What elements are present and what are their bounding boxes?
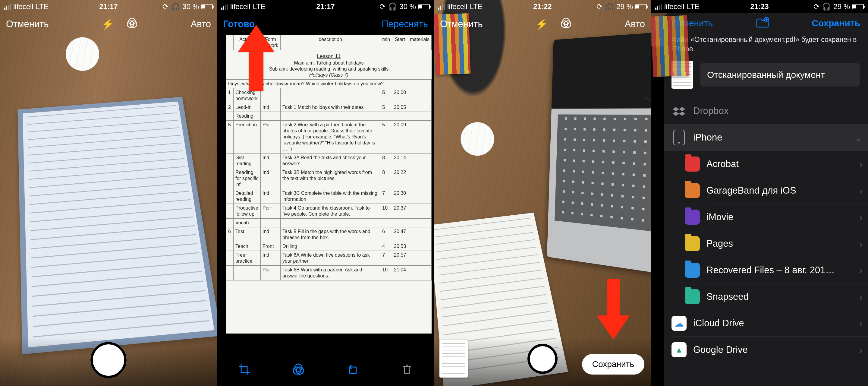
icloud-icon <box>672 316 687 331</box>
col-start: Start <box>392 35 408 50</box>
status-bar: lifecell LTE 21:17 ⟳ 🎧 30 % <box>0 0 217 13</box>
network-label: LTE <box>253 2 266 11</box>
folder-icon <box>685 156 700 172</box>
save-button[interactable]: Сохранить <box>582 354 644 375</box>
signal-icon <box>4 4 11 10</box>
filename-field[interactable]: Отсканированный документ <box>700 63 860 87</box>
chevron-right-icon: › <box>859 211 863 223</box>
network-label: LTE <box>470 2 483 11</box>
chevron-right-icon: › <box>859 185 863 197</box>
location-dropbox[interactable]: Dropbox <box>664 98 868 124</box>
folder-label: Snapseed <box>707 291 852 302</box>
rotate-icon[interactable] <box>346 362 360 376</box>
col-materials: materials <box>408 35 432 50</box>
flash-icon[interactable]: ⚡ <box>535 18 548 30</box>
chevron-right-icon: › <box>859 344 863 356</box>
battery-pct: 30 % <box>399 2 416 11</box>
col-description: description <box>281 35 380 50</box>
clock: 21:22 <box>533 2 552 11</box>
flash-icon[interactable]: ⚡ <box>101 18 114 30</box>
save-info-text: Файл «Отсканированный документ.pdf» буде… <box>664 33 868 58</box>
clock: 21:17 <box>316 2 335 11</box>
filters-icon[interactable] <box>126 18 138 31</box>
chevron-down-icon: ⌄ <box>854 131 863 144</box>
status-bar: lifecell LTE 21:22 ⟳ 🎧 29 % <box>434 0 651 13</box>
iphone-icon <box>672 130 687 145</box>
headphones-icon: 🎧 <box>388 2 397 11</box>
folder-pages[interactable]: Pages › <box>664 230 868 257</box>
doc-row: Gist readingIndTask 3A Read the texts an… <box>226 153 432 168</box>
folder-label: iMovie <box>707 212 852 222</box>
folder-icon <box>685 183 700 198</box>
network-label: LTE <box>36 2 49 11</box>
battery-pct: 29 % <box>833 2 850 11</box>
annotation-arrow-up <box>238 25 274 92</box>
doc-row: TeachFrontDrilling420:53 <box>226 242 432 251</box>
doc-row: Freer practiceIndTask 6A Write down five… <box>226 251 432 266</box>
cancel-button[interactable]: Отменить <box>440 19 483 30</box>
svg-marker-11 <box>597 279 630 339</box>
gdrive-icon <box>672 342 687 357</box>
headphones-icon: 🎧 <box>822 2 831 11</box>
svg-marker-13 <box>673 107 679 111</box>
location-label: Dropbox <box>693 106 863 116</box>
desk-laptop <box>547 31 651 274</box>
folder-recovered-files[interactable]: Recovered Files – 8 авг. 201… › <box>664 257 868 284</box>
auto-mode-button[interactable]: Авто <box>190 19 211 30</box>
save-button[interactable]: Сохранить <box>812 18 860 28</box>
folder-label: GarageBand для iOS <box>707 185 852 196</box>
doc-row: PairTask 6B Work with a partner. Ask and… <box>226 266 432 280</box>
document-scan-overlay <box>18 97 217 354</box>
chevron-right-icon: › <box>859 291 863 303</box>
scan-nav-bar: Отменить ⚡ Авто <box>434 13 651 35</box>
doc-row: 6TestIndTask 5 Fill in the gaps with the… <box>226 227 432 242</box>
filters-icon[interactable] <box>291 362 305 376</box>
battery-icon <box>201 4 213 9</box>
doc-row: 5PredictionPairTask 2 Work with a partne… <box>226 121 432 153</box>
folder-acrobat[interactable]: Acrobat › <box>664 151 868 177</box>
folder-icon <box>685 263 700 278</box>
svg-marker-15 <box>673 112 679 116</box>
filters-icon[interactable] <box>560 18 572 31</box>
dropbox-icon <box>672 103 687 119</box>
trash-icon[interactable] <box>400 362 414 376</box>
folder-snapseed[interactable]: Snapseed › <box>664 284 868 310</box>
location-google-drive[interactable]: Google Drive › <box>664 336 868 363</box>
headphones-icon: 🎧 <box>605 2 614 11</box>
status-bar: lifecell LTE 21:23 ⟳ 🎧 29 % <box>651 0 868 13</box>
location-iphone[interactable]: iPhone ⌄ <box>664 124 868 151</box>
carrier-label: lifecell <box>447 2 467 11</box>
status-bar: lifecell LTE 21:17 ⟳ 🎧 30 % <box>217 0 434 13</box>
orientation-lock-icon: ⟳ <box>379 2 385 11</box>
orientation-lock-icon: ⟳ <box>162 2 168 11</box>
svg-marker-14 <box>679 107 685 111</box>
filename-row: Отсканированный документ <box>664 58 868 98</box>
svg-marker-3 <box>238 25 274 91</box>
folder-label: Recovered Files – 8 авг. 201… <box>707 265 852 276</box>
folder-garageband[interactable]: GarageBand для iOS › <box>664 177 868 204</box>
svg-marker-16 <box>679 112 685 116</box>
folder-icon <box>685 210 700 225</box>
orientation-lock-icon: ⟳ <box>596 2 602 11</box>
battery-icon <box>635 4 647 9</box>
background-books <box>651 16 689 77</box>
folder-label: Pages <box>707 238 852 249</box>
location-label: iCloud Drive <box>693 318 852 329</box>
signal-icon <box>655 4 662 10</box>
cancel-button[interactable]: Отменить <box>6 19 49 30</box>
scan-thumbnail[interactable] <box>439 340 468 378</box>
auto-mode-button[interactable]: Авто <box>624 19 645 30</box>
retake-button[interactable]: Переснять <box>381 19 428 30</box>
location-icloud-drive[interactable]: iCloud Drive › <box>664 310 868 336</box>
save-sheet: Отменить Сохранить Файл «Отсканированный… <box>664 13 868 386</box>
folder-imovie[interactable]: iMovie › <box>664 204 868 230</box>
clock: 21:17 <box>99 2 118 11</box>
crop-icon[interactable] <box>237 362 251 376</box>
shutter-button[interactable] <box>90 342 127 378</box>
scan-nav-bar: Отменить ⚡ Авто <box>0 13 217 35</box>
battery-icon <box>418 4 430 9</box>
new-folder-icon[interactable] <box>755 17 769 30</box>
shutter-button[interactable] <box>527 344 558 374</box>
screen-scan-preview: lifecell LTE 21:17 ⟳ 🎧 30 % Готово Перес… <box>217 0 434 386</box>
carrier-label: lifecell <box>13 2 33 11</box>
